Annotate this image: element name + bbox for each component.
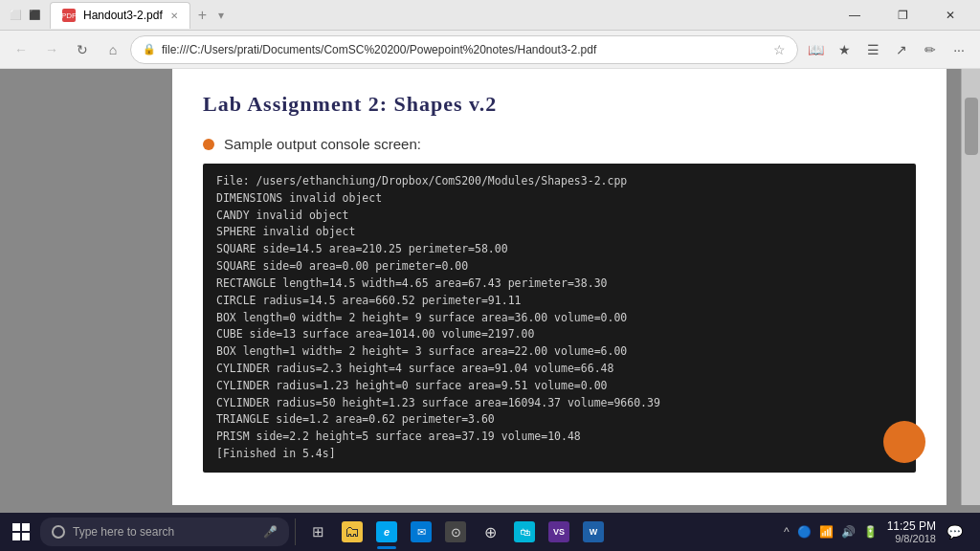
taskbar-icon-mail[interactable]: ✉ <box>405 515 437 549</box>
word-icon: W <box>583 521 604 542</box>
refresh-btn[interactable]: ↻ <box>69 36 96 63</box>
home-btn[interactable]: ⌂ <box>100 36 126 63</box>
file-explorer-icon: 🗂 <box>342 521 363 542</box>
tray-date-display: 9/8/2018 <box>895 533 936 544</box>
notes-btn[interactable]: ✏ <box>917 36 944 63</box>
mail-icon: ✉ <box>411 521 432 542</box>
task-view-icon: ⊞ <box>307 521 328 542</box>
taskbar-app-icons: ⊞ 🗂 e ✉ ⊙ ⊕ 🛍 VS <box>301 515 610 549</box>
tray-bluetooth-icon[interactable]: 🔵 <box>795 523 813 540</box>
tray-time-display: 11:25 PM <box>887 519 936 533</box>
address-bar: ← → ↻ ⌂ 🔒 file:///C:/Users/prati/Documen… <box>0 31 980 69</box>
taskbar: Type here to search 🎤 ⊞ 🗂 e ✉ ⊙ ⊕ <box>0 513 980 551</box>
tab-list-btn[interactable]: ▾ <box>214 9 228 22</box>
browser-icon-2: ⬛ <box>27 8 42 23</box>
more-btn[interactable]: ··· <box>946 36 972 63</box>
window-icon-group: ⬜ ⬛ <box>8 8 42 23</box>
left-margin <box>0 69 172 505</box>
pdf-title: Lab Assignment 2: Shapes v.2 <box>203 92 916 117</box>
taskbar-icon-task-view[interactable]: ⊞ <box>301 515 334 549</box>
new-tab-btn[interactable]: + <box>190 3 214 28</box>
back-btn[interactable]: ← <box>8 36 34 63</box>
tab-favicon: PDF <box>62 9 76 22</box>
tab-bar: ⬜ ⬛ PDF Handout3-2.pdf ✕ + ▾ <box>8 2 833 29</box>
browser-window: ⬜ ⬛ PDF Handout3-2.pdf ✕ + ▾ — ❐ ✕ ← → ↻… <box>0 0 980 551</box>
bullet-icon <box>203 139 214 150</box>
orange-circle-overlay <box>883 421 925 463</box>
active-tab[interactable]: PDF Handout3-2.pdf ✕ <box>50 2 190 29</box>
close-btn[interactable]: ✕ <box>928 0 972 31</box>
reading-view-btn[interactable]: 📖 <box>802 36 829 63</box>
taskbar-icon-word[interactable]: W <box>577 515 610 549</box>
title-bar: ⬜ ⬛ PDF Handout3-2.pdf ✕ + ▾ — ❐ ✕ <box>0 0 980 31</box>
address-input-wrap[interactable]: 🔒 file:///C:/Users/prati/Documents/ComSC… <box>130 35 798 64</box>
pdf-subtitle-text: Sample output console screen: <box>224 136 421 152</box>
pdf-subtitle-row: Sample output console screen: <box>203 136 916 152</box>
restore-btn[interactable]: ❐ <box>880 0 924 31</box>
forward-btn[interactable]: → <box>38 36 65 63</box>
window-controls: — ❐ ✕ <box>833 0 972 31</box>
chrome-icon: ⊕ <box>479 521 501 542</box>
tab-title: Handout3-2.pdf <box>83 9 163 22</box>
right-margin <box>947 69 961 505</box>
page-area: Lab Assignment 2: Shapes v.2 Sample outp… <box>0 69 980 505</box>
taskbar-divider <box>295 518 296 545</box>
windows-logo-icon <box>12 523 30 540</box>
visual-studio-icon: VS <box>548 521 569 542</box>
taskbar-icon-edge[interactable]: e <box>370 515 403 549</box>
system-tray: ^ 🔵 📶 🔊 🔋 11:25 PM 9/8/2018 💬 <box>774 515 976 549</box>
edge-icon: e <box>376 521 397 542</box>
search-bar[interactable]: Type here to search 🎤 <box>40 518 289 546</box>
toolbar-icons: 📖 ★ ☰ ↗ ✏ ··· <box>802 36 972 63</box>
microphone-icon[interactable]: 🎤 <box>263 525 278 539</box>
hub-btn[interactable]: ☰ <box>859 36 886 63</box>
active-indicator <box>377 546 396 549</box>
scrollbar-thumb[interactable] <box>965 98 978 155</box>
console-output: File: /users/ethanchiung/Dropbox/ComS200… <box>203 164 916 473</box>
tray-battery-icon[interactable]: 🔋 <box>861 523 880 540</box>
taskbar-icon-file-explorer[interactable]: 🗂 <box>336 515 368 549</box>
tab-close-btn[interactable]: ✕ <box>170 11 178 21</box>
bottom-strip <box>0 505 980 513</box>
taskbar-icon-store[interactable]: 🛍 <box>508 515 541 549</box>
favorites-btn[interactable]: ★ <box>831 36 858 63</box>
taskbar-icon-media[interactable]: ⊙ <box>439 515 472 549</box>
media-icon: ⊙ <box>445 521 466 542</box>
tray-network-icon[interactable]: 📶 <box>817 523 835 540</box>
taskbar-icon-chrome[interactable]: ⊕ <box>474 515 506 549</box>
share-btn[interactable]: ↗ <box>888 36 915 63</box>
tray-volume-icon[interactable]: 🔊 <box>839 523 858 540</box>
minimize-btn[interactable]: — <box>833 0 877 31</box>
search-placeholder: Type here to search <box>73 525 174 539</box>
address-star-icon[interactable]: ☆ <box>773 42 786 57</box>
notification-btn[interactable]: 💬 <box>940 515 969 549</box>
store-icon: 🛍 <box>514 521 535 542</box>
tray-clock[interactable]: 11:25 PM 9/8/2018 <box>887 519 936 544</box>
scrollbar[interactable] <box>961 69 980 505</box>
tray-chevron-icon[interactable]: ^ <box>782 523 791 540</box>
console-text: File: /users/ethanchiung/Dropbox/ComS200… <box>216 173 902 463</box>
address-lock-icon: 🔒 <box>143 43 156 55</box>
browser-icon-1: ⬜ <box>8 8 23 23</box>
taskbar-icon-vs[interactable]: VS <box>543 515 575 549</box>
start-button[interactable] <box>4 515 38 549</box>
address-url: file:///C:/Users/prati/Documents/ComSC%2… <box>162 43 768 56</box>
tab-favicon-label: PDF <box>61 11 77 20</box>
notification-icon: 💬 <box>947 524 963 540</box>
search-circle-icon <box>52 525 65 539</box>
page-content: Lab Assignment 2: Shapes v.2 Sample outp… <box>172 69 947 505</box>
